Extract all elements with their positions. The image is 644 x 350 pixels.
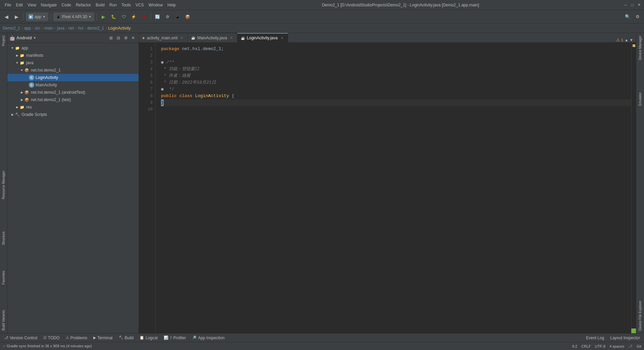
sdk-manager-button[interactable]: 📦 bbox=[183, 12, 192, 21]
tab-activity-main-close[interactable]: ✕ bbox=[179, 36, 184, 40]
breadcrumb-app[interactable]: app bbox=[24, 26, 31, 31]
tree-arrow-res[interactable]: ▶ bbox=[15, 105, 19, 110]
tree-arrow-manifests[interactable]: ▶ bbox=[15, 53, 19, 58]
file-encoding[interactable]: UTF-8 bbox=[595, 344, 605, 348]
favorites-tab[interactable]: Favorites bbox=[1, 268, 6, 287]
profile-button[interactable]: ⚡ bbox=[129, 12, 138, 21]
terminal-tab[interactable]: ▶ Terminal bbox=[91, 334, 115, 342]
window-controls[interactable]: ─ □ ✕ bbox=[623, 3, 641, 7]
gradle-sync-button[interactable]: ⚙ bbox=[163, 12, 172, 21]
status-message: ✓ Gradle sync finished in 36 s 909 ms (4… bbox=[3, 344, 570, 348]
maximize-button[interactable]: □ bbox=[630, 3, 635, 7]
device-file-explorer-tab[interactable]: Device File Explorer bbox=[638, 298, 643, 333]
stop-button[interactable]: ■ bbox=[140, 12, 148, 21]
breadcrumb-net[interactable]: net bbox=[68, 26, 74, 31]
profiler-tab[interactable]: 📊 7 Profiler bbox=[161, 334, 189, 342]
nav-forward-button[interactable]: ▶ bbox=[12, 12, 21, 21]
configure-panel-button[interactable]: ⚙ bbox=[122, 35, 129, 41]
tree-arrow-app[interactable]: ▼ bbox=[10, 46, 15, 50]
line-separator[interactable]: CRLF bbox=[581, 344, 591, 348]
close-button[interactable]: ✕ bbox=[637, 3, 641, 7]
run-configuration-selector[interactable]: ▶ app ▼ bbox=[26, 12, 48, 21]
run-with-coverage-button[interactable]: 🛡 bbox=[119, 12, 128, 21]
warning-nav-up[interactable]: ▲ bbox=[625, 38, 628, 42]
menu-window[interactable]: Window bbox=[147, 2, 165, 8]
breadcrumb-demo2_1-pkg[interactable]: demo2_1 bbox=[87, 26, 104, 31]
close-panel-button[interactable]: ✕ bbox=[130, 35, 137, 41]
menu-help[interactable]: Help bbox=[165, 2, 178, 8]
breadcrumb-main[interactable]: main bbox=[44, 26, 53, 31]
build-tab[interactable]: 🔨 Build bbox=[116, 334, 137, 342]
search-everywhere-button[interactable]: 🔍 bbox=[623, 12, 632, 21]
menu-build[interactable]: Build bbox=[94, 2, 107, 8]
menu-tools[interactable]: Tools bbox=[119, 2, 133, 8]
tree-item-mainactivity[interactable]: C MainActivity bbox=[7, 81, 139, 89]
tree-arrow-package[interactable]: ▼ bbox=[19, 68, 24, 73]
tab-activity-main[interactable]: ◈ activity_main.xml ✕ bbox=[139, 33, 188, 42]
menu-navigate[interactable]: Navigate bbox=[39, 2, 59, 8]
event-log-tab[interactable]: Event Log bbox=[583, 334, 607, 342]
build-variants-tab[interactable]: Build Variants bbox=[1, 307, 6, 333]
tree-item-java[interactable]: ▼ 📁 java bbox=[7, 59, 139, 67]
tab-loginactivity-close[interactable]: ✕ bbox=[280, 36, 284, 40]
menu-refactor[interactable]: Refactor bbox=[74, 2, 93, 8]
tree-item-manifests[interactable]: ▶ 📁 manifests bbox=[7, 52, 139, 59]
menu-code[interactable]: Code bbox=[59, 2, 73, 8]
collapse-all-button[interactable]: ⊟ bbox=[115, 35, 122, 41]
tree-item-res[interactable]: ▶ 📁 res bbox=[7, 103, 139, 111]
menu-file[interactable]: File bbox=[3, 2, 13, 8]
menu-bar[interactable]: File Edit View Navigate Code Refactor Bu… bbox=[3, 2, 178, 8]
tree-arrow-androidtest[interactable]: ▶ bbox=[19, 90, 24, 95]
project-view-dropdown[interactable]: ▼ bbox=[33, 36, 36, 40]
layout-inspector-tab[interactable]: Layout Inspector bbox=[607, 334, 643, 342]
warning-nav-down[interactable]: ▼ bbox=[630, 38, 633, 42]
expand-all-button[interactable]: ⊞ bbox=[108, 35, 114, 41]
debug-button[interactable]: 🐛 bbox=[109, 12, 118, 21]
resource-manager-tab[interactable]: Resource Manager bbox=[1, 168, 6, 202]
tree-arrow-test[interactable]: ▶ bbox=[19, 97, 24, 102]
minimize-button[interactable]: ─ bbox=[623, 3, 628, 7]
device-manager-panel-tab[interactable]: Device Manager bbox=[638, 33, 643, 63]
tree-item-gradle[interactable]: ▶ 🔨 Gradle Scripts bbox=[7, 111, 139, 118]
avd-manager-button[interactable]: 📱 bbox=[173, 12, 182, 21]
structure-tab[interactable]: Structure bbox=[1, 229, 6, 248]
breadcrumb-hxl[interactable]: hxl bbox=[78, 26, 83, 31]
indent-setting[interactable]: 4 spaces bbox=[609, 344, 624, 348]
tab-loginactivity[interactable]: ☕ LoginActivity.java ✕ bbox=[237, 33, 288, 42]
app-inspection-tab[interactable]: 🔎 App Inspection bbox=[189, 334, 227, 342]
cursor-position[interactable]: 9:2 bbox=[572, 344, 577, 348]
code-editor[interactable]: 1 2 3 4 5 6 7 8 9 10 package net.hxl.dem… bbox=[139, 43, 636, 333]
device-dropdown[interactable]: ▼ bbox=[89, 15, 92, 18]
tree-item-app[interactable]: ▼ 📁 app bbox=[7, 44, 139, 52]
menu-edit[interactable]: Edit bbox=[14, 2, 25, 8]
project-panel-tab[interactable]: Project bbox=[1, 33, 6, 49]
run-config-dropdown[interactable]: ▼ bbox=[43, 15, 46, 18]
todo-tab[interactable]: ☑ TODO bbox=[41, 334, 62, 342]
menu-run[interactable]: Run bbox=[107, 2, 119, 8]
tree-arrow-gradle[interactable]: ▶ bbox=[10, 112, 15, 117]
emulator-panel-tab[interactable]: Emulator bbox=[638, 90, 643, 108]
tab-mainactivity[interactable]: ☕ MainActivity.java ✕ bbox=[188, 33, 237, 42]
code-content-area[interactable]: package net.hxl.demo2_1; ◉/** * 功能：登陆窗口 … bbox=[156, 43, 631, 333]
tree-item-androidtest[interactable]: ▶ 📦 net.hxl.demo2_1 (androidTest) bbox=[7, 89, 139, 96]
settings-button[interactable]: ⚙ bbox=[633, 12, 642, 21]
version-control-tab[interactable]: ⎇ Version Control bbox=[1, 334, 40, 342]
menu-view[interactable]: View bbox=[25, 2, 38, 8]
sync-project-button[interactable]: 🔄 bbox=[153, 12, 162, 21]
window-title: Demo2_1 [D:\AndroidStudioProjects\Demo2_… bbox=[178, 3, 623, 7]
breadcrumb-demo2_1[interactable]: Demo2_1 bbox=[3, 26, 20, 31]
tree-item-package[interactable]: ▼ 📦 net.hxl.demo2_1 bbox=[7, 67, 139, 74]
breadcrumb-src[interactable]: src bbox=[35, 26, 40, 31]
nav-back-button[interactable]: ◀ bbox=[2, 12, 11, 21]
terminal-label: Terminal bbox=[97, 336, 112, 340]
tree-item-loginactivity[interactable]: C LoginActivity bbox=[7, 74, 139, 81]
device-selector[interactable]: 📱 Pixel 4 API 30 ▼ bbox=[53, 12, 94, 21]
tree-arrow-java[interactable]: ▼ bbox=[15, 60, 19, 65]
problems-tab[interactable]: ⚠ Problems bbox=[63, 334, 90, 342]
tree-item-test[interactable]: ▶ 📦 net.hxl.demo2_1 (test) bbox=[7, 96, 139, 103]
tab-mainactivity-close[interactable]: ✕ bbox=[229, 36, 234, 40]
breadcrumb-java[interactable]: java bbox=[57, 26, 64, 31]
run-button[interactable]: ▶ bbox=[99, 12, 108, 21]
logcat-tab[interactable]: 📋 Logcat bbox=[137, 334, 160, 342]
menu-vcs[interactable]: VCS bbox=[133, 2, 146, 8]
